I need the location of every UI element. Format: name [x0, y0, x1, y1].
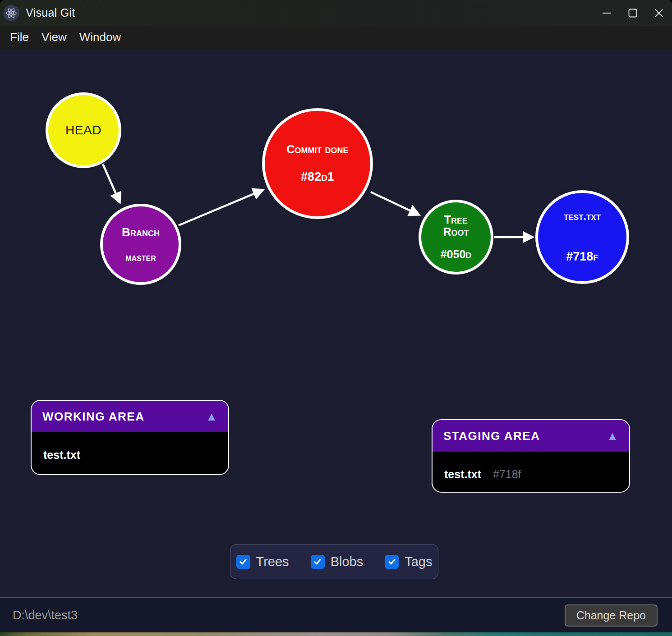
file-hash: #718f [493, 468, 521, 481]
working-area-file-row[interactable]: test.txt [32, 436, 228, 474]
node-branch-label: Branch [122, 226, 160, 238]
node-branch[interactable]: Branch master [100, 204, 181, 285]
node-blob-label: test.txt [564, 210, 601, 222]
node-tree[interactable]: Tree Root #050d [419, 200, 493, 275]
collapse-triangle-icon[interactable]: ▲ [206, 411, 217, 422]
node-blob[interactable]: test.txt #718f [535, 190, 629, 284]
electron-atom-icon [5, 6, 18, 20]
minimize-icon [602, 8, 612, 18]
close-icon [654, 8, 664, 18]
working-area-title: WORKING AREA [42, 410, 144, 424]
tags-checkbox[interactable] [385, 555, 399, 569]
node-tree-label: Tree Root [431, 214, 481, 238]
check-icon [239, 557, 248, 566]
working-area-header[interactable]: WORKING AREA ▲ [32, 401, 228, 432]
maximize-icon [628, 8, 638, 18]
node-commit[interactable]: Commit done #82d1 [262, 108, 373, 219]
menu-view[interactable]: View [35, 28, 73, 46]
filter-tags[interactable]: Tags [385, 554, 432, 569]
status-bar: D:\dev\test3 Change Repo [0, 597, 672, 632]
maximize-button[interactable] [620, 0, 646, 26]
node-commit-label: Commit done [287, 143, 349, 156]
filter-blobs-label: Blobs [331, 554, 364, 569]
app-icon [3, 5, 19, 21]
staging-area-body: test.txt #718f [433, 452, 629, 493]
check-icon [387, 557, 396, 566]
filter-trees-label: Trees [256, 554, 289, 569]
title-bar: Visual Git [0, 0, 672, 26]
close-button[interactable] [646, 0, 672, 26]
node-tree-hash: #050d [441, 248, 472, 261]
collapse-triangle-icon[interactable]: ▲ [607, 430, 618, 442]
menu-window[interactable]: Window [73, 28, 127, 46]
filters-bar: Trees Blobs Tags [230, 544, 438, 579]
node-branch-name: master [125, 252, 156, 263]
staging-area-title: STAGING AREA [443, 429, 540, 443]
app-window: Visual Git File View Window [0, 0, 672, 636]
repo-path: D:\dev\test3 [13, 609, 78, 622]
menu-bar: File View Window [0, 26, 672, 49]
blobs-checkbox[interactable] [311, 555, 325, 569]
graph-canvas[interactable]: HEAD Branch master Commit done #82d1 Tre… [0, 49, 672, 597]
window-controls [594, 0, 672, 26]
filter-tags-label: Tags [405, 554, 432, 569]
menu-file[interactable]: File [4, 28, 35, 46]
staging-area-file-row[interactable]: test.txt #718f [433, 455, 629, 493]
window-title: Visual Git [26, 6, 75, 19]
filter-blobs[interactable]: Blobs [311, 554, 364, 569]
working-area-panel: WORKING AREA ▲ test.txt [31, 400, 229, 475]
change-repo-button[interactable]: Change Repo [565, 604, 658, 627]
minimize-button[interactable] [594, 0, 620, 26]
file-name: test.txt [444, 468, 481, 481]
filter-trees[interactable]: Trees [236, 554, 289, 569]
file-name: test.txt [43, 448, 80, 462]
working-area-body: test.txt [32, 432, 228, 475]
node-head[interactable]: HEAD [46, 92, 121, 168]
staging-area-header[interactable]: STAGING AREA ▲ [433, 420, 629, 452]
desktop-wallpaper-strip [0, 632, 672, 636]
node-head-label: HEAD [65, 124, 101, 137]
node-blob-hash: #718f [566, 250, 598, 264]
trees-checkbox[interactable] [236, 555, 250, 569]
node-commit-hash: #82d1 [301, 170, 334, 184]
staging-area-panel: STAGING AREA ▲ test.txt #718f [432, 419, 630, 493]
check-icon [313, 557, 322, 566]
